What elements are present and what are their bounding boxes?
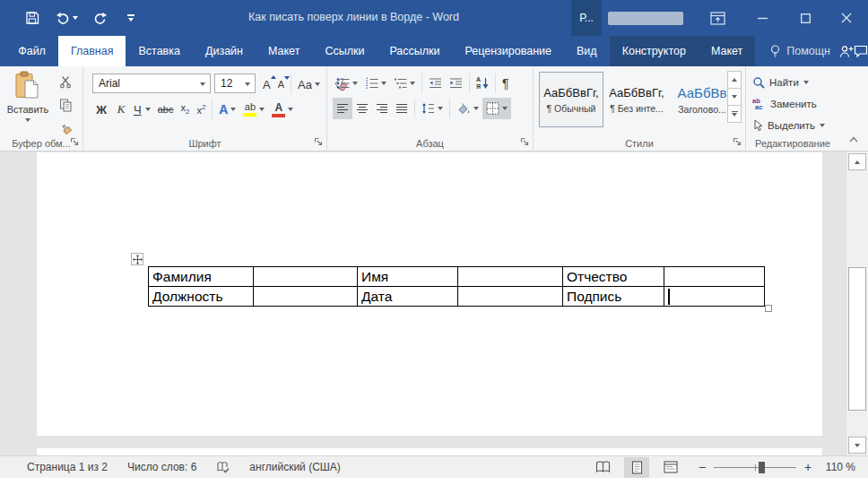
share-button[interactable] [839,36,854,66]
table-cell[interactable] [664,287,765,307]
styles-gallery-more-button[interactable] [727,105,742,123]
zoom-in-button[interactable]: + [802,460,814,474]
table-cell[interactable]: Должность [149,287,254,307]
grow-font-button[interactable]: А [259,74,274,95]
borders-button[interactable] [482,98,511,119]
proofing-status[interactable] [216,461,230,474]
tab-home[interactable]: Главная [58,36,126,66]
tab-review[interactable]: Рецензирование [453,36,565,66]
format-painter-button[interactable] [55,119,76,137]
table-cell[interactable] [458,287,563,307]
redo-button[interactable] [91,9,109,27]
tab-table-layout[interactable]: Макет [699,36,755,66]
font-color-button[interactable]: А [268,99,297,120]
document-page-2[interactable] [37,448,822,455]
cut-button[interactable] [55,73,76,91]
paste-button[interactable]: Вставить [4,71,51,143]
sort-button[interactable]: АЯ [473,73,492,94]
style-normal[interactable]: АаБбВвГг, ¶ Обычный [539,72,603,127]
show-marks-button[interactable]: ¶ [499,73,513,94]
tab-insert[interactable]: Вставка [126,36,192,66]
language-indicator[interactable]: английский (США) [249,461,340,473]
scrollbar-down-button[interactable] [848,437,866,454]
scrollbar-up-button[interactable] [848,153,866,170]
zoom-level[interactable]: 110 % [814,461,855,473]
print-layout-button[interactable] [624,457,649,478]
numbering-button[interactable] [361,73,390,94]
bold-button[interactable]: Ж [91,99,112,120]
multilevel-list-button[interactable] [390,73,419,94]
table-cell[interactable]: Имя [358,267,458,287]
read-mode-button[interactable] [590,457,615,478]
tab-file[interactable]: Файл [5,36,58,66]
clipboard-dialog-launcher[interactable] [70,137,80,147]
styles-scroll-down-button[interactable] [727,88,742,106]
table-cell[interactable] [254,287,358,307]
undo-dropdown-arrow-icon[interactable] [73,16,78,20]
table-move-handle[interactable] [131,253,143,265]
styles-scroll-up-button[interactable] [727,71,742,89]
comments-button[interactable] [854,36,868,66]
shrink-font-button[interactable]: А [274,74,288,95]
collapse-ribbon-button[interactable] [846,133,861,145]
bullets-button[interactable] [333,73,361,94]
word-count[interactable]: Число слов: 6 [127,461,196,473]
font-dialog-launcher[interactable] [314,137,324,147]
decrease-indent-button[interactable] [425,73,446,94]
table-cell[interactable] [254,267,358,287]
table-cell[interactable] [458,267,563,287]
copy-button[interactable] [55,96,76,114]
replace-button[interactable]: ab ac Заменить [752,95,817,113]
superscript-button[interactable]: x2 [193,99,209,120]
highlight-button[interactable]: ab [239,99,268,120]
table-cell[interactable]: Отчество [563,267,664,287]
subscript-button[interactable]: x2 [177,99,193,120]
strikethrough-button[interactable]: abc [154,99,178,120]
table-cell[interactable]: Фамилия [149,267,254,287]
change-case-button[interactable]: Aa [294,74,324,95]
table-cell[interactable] [664,267,765,287]
page-indicator[interactable]: Страница 1 из 2 [27,461,108,473]
increase-indent-button[interactable] [446,73,466,94]
style-heading1[interactable]: АаБбВв Заголово... [670,72,734,127]
web-layout-button[interactable] [658,457,683,478]
ribbon-display-options-button[interactable] [701,0,733,36]
vertical-scrollbar[interactable] [846,152,868,455]
align-right-button[interactable] [372,98,392,119]
align-left-button[interactable] [333,98,352,119]
table-cell[interactable]: Дата [358,287,458,307]
tab-table-design[interactable]: Конструктор [610,36,699,66]
styles-dialog-launcher[interactable] [733,137,742,147]
tab-layout[interactable]: Макет [256,36,312,66]
zoom-slider-thumb[interactable] [759,462,765,473]
font-size-combobox[interactable]: 12 [214,74,256,93]
find-button[interactable]: Найти [752,74,809,91]
paragraph-dialog-launcher[interactable] [520,137,530,147]
tab-design[interactable]: Дизайн [193,36,256,66]
customize-qat-button[interactable] [122,9,140,27]
minimize-button[interactable] [746,0,778,36]
underline-button[interactable]: Ч [130,99,154,120]
italic-button[interactable]: К [112,99,130,120]
tab-view[interactable]: Вид [564,36,610,66]
align-center-button[interactable] [352,98,372,119]
shading-button[interactable] [453,98,482,119]
zoom-slider[interactable] [714,457,796,478]
zoom-out-button[interactable]: − [696,460,708,474]
line-spacing-button[interactable] [418,98,447,119]
tell-me-help[interactable]: Помощн [760,36,839,66]
select-button[interactable]: Выделить [752,117,825,134]
table-resize-handle[interactable] [765,305,772,312]
tab-references[interactable]: Ссылки [312,36,377,66]
maximize-button[interactable] [789,0,821,36]
justify-button[interactable] [392,98,412,119]
text-effects-button[interactable]: А [215,99,239,120]
document-table[interactable]: Фамилия Имя Отчество Должность Дата Подп… [148,266,765,307]
user-account-badge[interactable]: Р... [571,0,602,36]
table-cell[interactable]: Подпись [563,287,664,307]
close-button[interactable] [830,0,863,36]
scrollbar-thumb[interactable] [848,267,866,411]
style-no-spacing[interactable]: АаБбВвГг, ¶ Без инте... [604,72,669,127]
save-button[interactable] [23,9,41,27]
undo-button[interactable] [54,9,79,27]
